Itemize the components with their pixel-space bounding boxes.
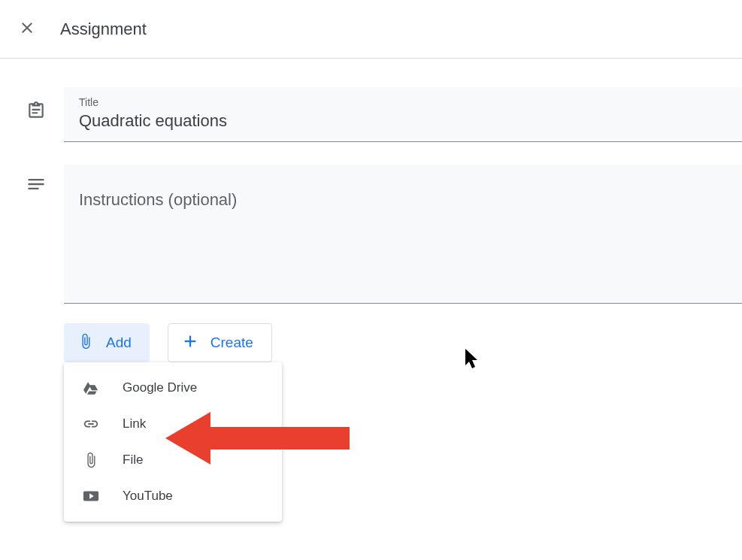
plus-icon (182, 333, 198, 353)
page-title: Assignment (60, 20, 147, 39)
attach-icon (77, 333, 94, 353)
close-button[interactable] (9, 11, 45, 47)
title-gutter (8, 87, 64, 123)
close-icon (18, 19, 36, 40)
menu-item-file[interactable]: File (64, 442, 282, 478)
title-label: Title (79, 96, 727, 108)
title-row: Title Quadratic equations (8, 87, 742, 142)
add-menu: Google Drive Link File (64, 362, 282, 522)
instructions-row: Instructions (optional) Add Create (8, 142, 742, 362)
menu-item-label: Link (123, 416, 146, 431)
content-area: Title Quadratic equations Instructions (… (0, 59, 742, 362)
create-button-label: Create (210, 334, 253, 351)
menu-item-google-drive[interactable]: Google Drive (64, 370, 282, 406)
header-bar: Assignment (0, 0, 742, 59)
menu-item-link[interactable]: Link (64, 406, 282, 442)
google-drive-icon (82, 380, 100, 396)
file-attach-icon (82, 452, 100, 468)
notes-icon (26, 174, 47, 198)
instructions-field[interactable]: Instructions (optional) (64, 165, 742, 304)
youtube-icon (82, 488, 100, 504)
assignment-icon (26, 101, 46, 123)
create-button[interactable]: Create (168, 323, 272, 362)
instructions-placeholder: Instructions (optional) (79, 190, 727, 210)
menu-item-label: YouTube (123, 489, 173, 504)
menu-item-label: Google Drive (123, 380, 197, 395)
instructions-gutter (8, 142, 64, 198)
title-input[interactable]: Quadratic equations (79, 111, 727, 131)
attach-button-row: Add Create Google Drive (64, 323, 742, 362)
add-button-label: Add (106, 334, 132, 351)
menu-item-youtube[interactable]: YouTube (64, 478, 282, 514)
menu-item-label: File (123, 453, 143, 468)
add-button[interactable]: Add (64, 323, 150, 362)
title-field[interactable]: Title Quadratic equations (64, 87, 742, 142)
link-icon (82, 416, 100, 432)
